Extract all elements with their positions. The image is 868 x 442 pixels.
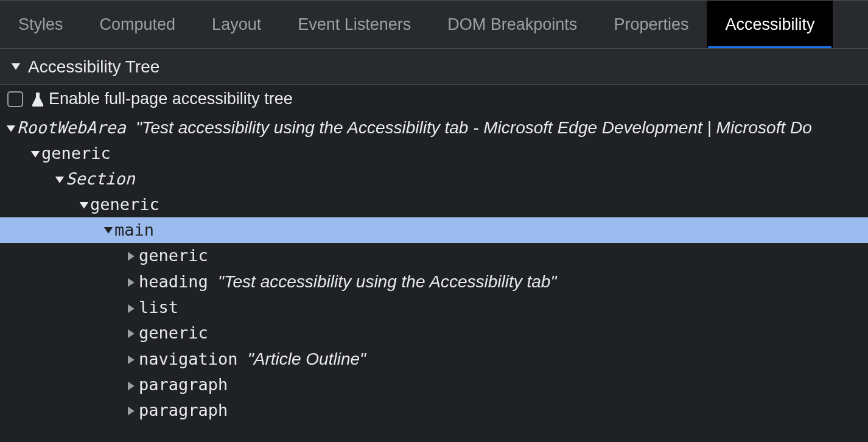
tree-node-section[interactable]: Section <box>0 166 868 192</box>
tree-role: paragraph <box>139 401 228 419</box>
svg-marker-10 <box>128 356 135 364</box>
tree-role: generic <box>41 144 111 163</box>
svg-marker-6 <box>128 252 135 261</box>
enable-full-page-tree-row[interactable]: Enable full-page accessibility tree <box>0 85 868 114</box>
tab-layout[interactable]: Layout <box>194 1 279 48</box>
tab-properties[interactable]: Properties <box>595 1 707 48</box>
tree-node-list[interactable]: list <box>0 295 868 320</box>
tree-node-paragraph[interactable]: paragraph <box>0 372 868 398</box>
tab-event-listeners[interactable]: Event Listeners <box>279 1 429 48</box>
chevron-right-icon[interactable] <box>128 406 139 416</box>
tree-node-paragraph[interactable]: paragraph <box>0 398 868 423</box>
svg-marker-7 <box>128 278 135 287</box>
tab-styles[interactable]: Styles <box>0 1 82 48</box>
chevron-down-icon[interactable] <box>79 202 90 209</box>
chevron-right-icon[interactable] <box>128 381 139 391</box>
tree-node-heading[interactable]: heading "Test accessibility using the Ac… <box>0 268 868 295</box>
tree-role: list <box>139 298 178 317</box>
svg-marker-4 <box>80 202 88 209</box>
svg-marker-8 <box>128 304 135 312</box>
chevron-right-icon[interactable] <box>128 329 139 339</box>
tree-role: generic <box>139 323 208 342</box>
svg-marker-5 <box>104 227 113 234</box>
tree-role: heading <box>139 272 208 291</box>
tab-accessibility[interactable]: Accessibility <box>707 1 833 48</box>
tree-role: generic <box>139 246 208 265</box>
tree-role: Section <box>66 169 135 188</box>
tree-label: "Article Outline" <box>248 349 366 368</box>
tree-node-main[interactable]: main <box>0 217 868 243</box>
tree-label: "Test accessibility using the Accessibil… <box>218 272 556 291</box>
enable-full-page-tree-checkbox[interactable] <box>7 91 23 107</box>
tree-node-navigation[interactable]: navigation "Article Outline" <box>0 346 868 372</box>
svg-marker-9 <box>128 329 135 338</box>
section-title: Accessibility Tree <box>28 57 159 77</box>
tree-node-generic[interactable]: generic <box>0 243 868 268</box>
tree-node-rootwebarea[interactable]: RootWebArea "Test accessibility using th… <box>0 114 868 141</box>
svg-marker-3 <box>55 177 64 183</box>
chevron-down-icon[interactable] <box>6 125 17 133</box>
devtools-tabs: StylesComputedLayoutEvent ListenersDOM B… <box>0 0 868 49</box>
flask-icon <box>30 91 45 107</box>
tree-role: main <box>114 220 154 239</box>
tree-node-generic[interactable]: generic <box>0 192 868 217</box>
chevron-down-icon[interactable] <box>55 177 66 184</box>
chevron-right-icon[interactable] <box>128 355 139 365</box>
tree-role: paragraph <box>139 375 228 394</box>
tree-node-generic[interactable]: generic <box>0 141 868 166</box>
chevron-down-icon[interactable] <box>103 227 114 234</box>
tree-label: "Test accessibility using the Accessibil… <box>136 118 812 137</box>
chevron-right-icon[interactable] <box>128 304 139 314</box>
tab-dom-breakpoints[interactable]: DOM Breakpoints <box>429 1 595 48</box>
tree-role: RootWebArea <box>17 118 126 137</box>
svg-marker-0 <box>12 63 20 70</box>
tree-role: generic <box>90 195 159 214</box>
accessibility-tree-section-header[interactable]: Accessibility Tree <box>0 49 868 85</box>
chevron-down-icon <box>11 63 22 71</box>
enable-full-page-tree-label: Enable full-page accessibility tree <box>49 89 293 108</box>
tab-computed[interactable]: Computed <box>82 1 194 48</box>
tree-role: navigation <box>139 349 238 368</box>
accessibility-tree: RootWebArea "Test accessibility using th… <box>0 114 868 423</box>
chevron-down-icon[interactable] <box>30 151 41 158</box>
svg-marker-12 <box>128 407 135 415</box>
svg-marker-2 <box>31 151 40 158</box>
chevron-right-icon[interactable] <box>128 251 139 261</box>
tree-node-generic[interactable]: generic <box>0 320 868 346</box>
svg-marker-1 <box>7 125 15 132</box>
chevron-right-icon[interactable] <box>128 278 139 287</box>
svg-marker-11 <box>128 381 135 390</box>
